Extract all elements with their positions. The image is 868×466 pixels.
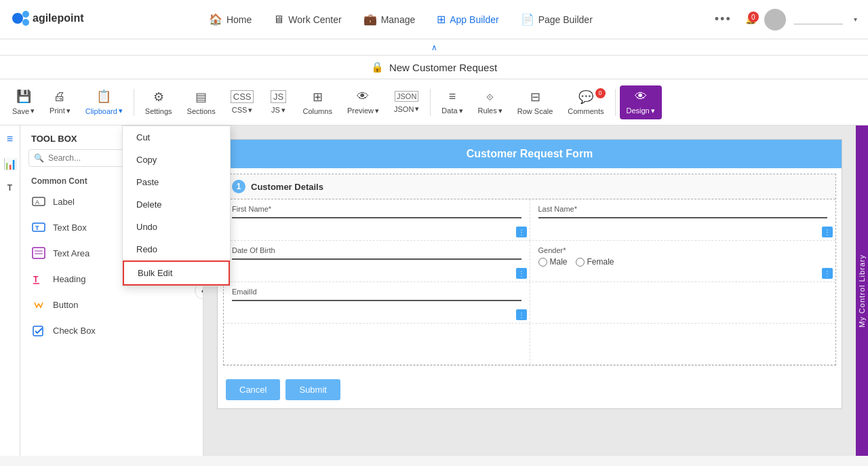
cancel-button[interactable]: Cancel (226, 379, 280, 400)
menu-paste[interactable]: Paste (123, 171, 230, 193)
menu-bulk-edit[interactable]: Bulk Edit (123, 260, 230, 286)
clipboard-icon: 📋 (96, 89, 111, 104)
clipboard-arrow: ▾ (119, 106, 123, 115)
form-cell-dob: Date Of Birth (224, 241, 530, 281)
gender-female-option[interactable]: Female (576, 257, 614, 267)
rules-arrow: ▾ (498, 106, 502, 115)
mini-text-icon[interactable]: T (2, 180, 18, 196)
nav-pagebuilder[interactable]: 📄 Page Builder (513, 7, 601, 31)
mini-chart-icon[interactable]: 📊 (2, 155, 18, 172)
form-cell-email: EmailId (224, 282, 530, 323)
collapse-bar[interactable]: ∧ (0, 39, 868, 56)
menu-delete[interactable]: Delete (123, 193, 230, 216)
gender-male-radio[interactable] (538, 258, 547, 267)
svg-rect-13 (33, 326, 43, 336)
js-button[interactable]: JS JS ▾ (262, 86, 294, 119)
nav-home[interactable]: 🏠 Home (201, 7, 260, 31)
rules-label: Rules (478, 106, 497, 115)
nav-appbuilder-label: App Builder (450, 14, 498, 25)
svg-point-1 (22, 11, 29, 18)
mini-list-icon[interactable]: ≡ (2, 131, 18, 147)
gender-female-label: Female (587, 257, 614, 267)
menu-undo[interactable]: Undo (123, 216, 230, 238)
lastname-label: Last Name* (538, 205, 828, 213)
settings-button[interactable]: ⚙ Settings (138, 85, 179, 119)
form-cell-lastname: Last Name* (530, 199, 836, 240)
gender-female-radio[interactable] (576, 258, 585, 267)
design-arrow: ▾ (651, 106, 655, 115)
user-name: __________ (794, 14, 843, 24)
toolbox-item-button[interactable]: Button (20, 292, 203, 317)
preview-label: Preview (347, 106, 374, 115)
save-button[interactable]: 💾 Save ▾ (5, 85, 41, 119)
menu-cut[interactable]: Cut (123, 126, 230, 149)
left-mini-sidebar: ≡ 📊 T (0, 125, 20, 456)
form-inner: Customer Request Form 1 Customer Details… (217, 139, 842, 409)
right-control-library-panel[interactable]: My Control Library (856, 125, 868, 456)
form-header: Customer Request Form (218, 140, 842, 168)
js-icon: JS (271, 90, 286, 103)
rowscale-button[interactable]: ⊟ Row Scale (511, 85, 560, 119)
comments-button[interactable]: 💬 0 Comments (561, 85, 610, 119)
print-button[interactable]: 🖨 Print ▾ (43, 85, 77, 119)
form-row-2: Date Of Birth Gender* Male Female (224, 241, 835, 282)
lastname-input[interactable] (538, 216, 828, 218)
form-row-1: First Name* Last Name* (224, 199, 835, 241)
preview-arrow: ▾ (375, 106, 379, 115)
rules-button[interactable]: ⟐ Rules ▾ (471, 85, 509, 119)
avatar (764, 9, 786, 31)
print-arrow: ▾ (66, 106, 71, 115)
user-dropdown-arrow[interactable]: ▾ (854, 16, 857, 23)
workcenter-icon: 🖥 (273, 14, 284, 26)
js-label: JS (271, 106, 280, 114)
columns-button[interactable]: ⊞ Columns (296, 85, 338, 119)
logo: agilepoint (11, 7, 92, 31)
search-icon: 🔍 (34, 153, 44, 163)
form-cell-gender: Gender* Male Female (530, 241, 836, 281)
rowscale-icon: ⊟ (530, 90, 540, 104)
gender-handle[interactable] (822, 268, 833, 279)
toolbox-item-checkbox[interactable]: Check Box (20, 317, 203, 343)
clipboard-dropdown: Cut Copy Paste Delete Undo Redo Bulk Edi… (122, 125, 231, 286)
toolbox-item-textbox-text: Text Box (53, 222, 87, 233)
more-button[interactable]: ••• (709, 9, 737, 29)
toolbar-separator-1 (134, 89, 134, 116)
notifications-button[interactable]: 🔔 0 (745, 14, 756, 24)
clipboard-button[interactable]: 📋 Clipboard ▾ (79, 85, 130, 119)
dob-label: Date Of Birth (232, 246, 521, 254)
toolbox-item-heading-text: Heading (53, 274, 85, 284)
print-label: Print (50, 106, 65, 115)
form-cell-empty-3 (530, 324, 836, 364)
json-button[interactable]: JSON JSON ▾ (387, 87, 426, 117)
form-cell-firstname: First Name* (224, 199, 530, 240)
preview-button[interactable]: 👁 Preview ▾ (340, 85, 386, 119)
toolbar-separator-3 (615, 89, 616, 116)
nav-manage[interactable]: 💼 Manage (355, 7, 424, 31)
pagebuilder-icon: 📄 (521, 13, 534, 26)
dob-handle[interactable] (516, 268, 527, 279)
css-arrow: ▾ (248, 106, 252, 115)
firstname-input[interactable] (232, 216, 521, 218)
sections-button[interactable]: ▤ Sections (180, 85, 222, 119)
design-button[interactable]: 👁 Design ▾ (620, 85, 662, 119)
svg-point-2 (22, 19, 29, 26)
gender-male-option[interactable]: Male (538, 257, 568, 267)
nav-appbuilder[interactable]: ⊞ App Builder (429, 7, 507, 31)
email-handle[interactable] (516, 309, 527, 320)
nav-workcenter[interactable]: 🖥 Work Center (265, 8, 349, 31)
save-icon: 💾 (16, 89, 31, 104)
firstname-label: First Name* (232, 205, 521, 213)
menu-redo[interactable]: Redo (123, 238, 230, 260)
email-input[interactable] (232, 298, 521, 301)
firstname-handle[interactable] (516, 227, 527, 237)
svg-text:T: T (35, 225, 39, 231)
data-button[interactable]: ≡ Data ▾ (435, 85, 469, 119)
css-button[interactable]: CSS CSS ▾ (224, 86, 261, 119)
dob-input[interactable] (232, 257, 521, 260)
lastname-handle[interactable] (822, 227, 833, 237)
menu-copy[interactable]: Copy (123, 149, 230, 171)
button-icon (31, 297, 46, 312)
submit-button[interactable]: Submit (285, 379, 340, 400)
css-label: CSS (232, 106, 248, 114)
nav-home-label: Home (226, 14, 252, 25)
